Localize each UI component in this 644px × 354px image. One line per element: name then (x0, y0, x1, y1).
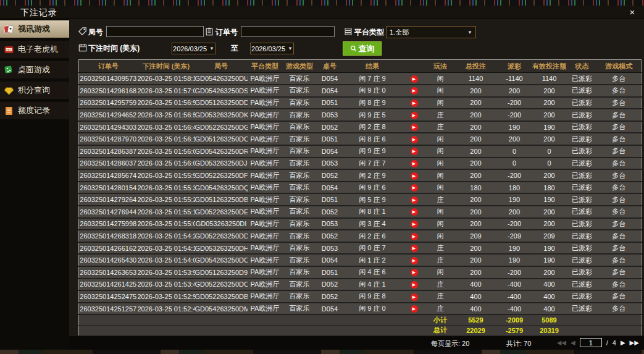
play-method-cell: 闲 (427, 133, 454, 145)
prev-page-icon[interactable]: ◀ (571, 339, 575, 346)
sidebar-item-4[interactable]: 积分查询 (0, 82, 69, 99)
total-label: 总计 (427, 325, 454, 335)
round-no-cell: GD052263250DE (195, 206, 248, 218)
sidebar-item-label: 额度记录 (18, 105, 50, 116)
payout-cell: 190 (498, 242, 532, 255)
valid-bet-cell: 1140 (532, 73, 567, 85)
replay-play-icon[interactable]: ▶ (411, 148, 418, 155)
replay-play-icon[interactable]: ▶ (411, 221, 418, 228)
status-cell: 已派彩 (567, 290, 597, 303)
round-no-cell: GD053263250DK (195, 109, 248, 121)
to-label: 至 (231, 43, 238, 54)
result-cell: 闲 7 庄 9 (343, 73, 402, 85)
order-no-cell: 260325014295759 (79, 97, 138, 109)
sidebar-item-2[interactable]: 777电子老虎机 (0, 41, 69, 58)
game-mode-cell: 多台 (597, 169, 642, 182)
replay-cell: ▶ (402, 279, 427, 291)
replay-play-icon[interactable]: ▶ (411, 281, 418, 289)
last-page-icon[interactable]: ▶▶ (630, 339, 639, 346)
date-to-picker[interactable]: 2026/03/25 ▼ (250, 43, 294, 54)
order-no-input[interactable] (241, 26, 335, 37)
result-cell: 闲 8 庄 6 (343, 133, 402, 145)
platform-type-cell: PA欧洲厅 (248, 303, 283, 315)
status-cell: 已派彩 (567, 254, 597, 266)
replay-play-icon[interactable]: ▶ (411, 305, 418, 313)
replay-play-icon[interactable]: ▶ (411, 257, 418, 264)
table-row: 2603250142961682026-03-25 01:57:01GD0542… (79, 85, 642, 97)
replay-play-icon[interactable]: ▶ (411, 124, 418, 131)
round-no-cell: GD052263250DG (195, 121, 248, 133)
replay-cell: ▶ (402, 266, 427, 279)
replay-cell: ▶ (402, 85, 427, 97)
game-type-cell: 百家乐 (283, 242, 317, 255)
result-cell: 闲 7 庄 7 (343, 158, 402, 170)
column-header: 玩法 (427, 60, 454, 73)
game-type-cell: 百家乐 (283, 109, 317, 121)
replay-play-icon[interactable]: ▶ (411, 184, 418, 192)
table-no-cell: D054 (317, 145, 343, 158)
replay-cell: ▶ (402, 133, 427, 145)
status-cell: 已派彩 (567, 218, 597, 230)
bet-time-cell: 2026-03-25 01:56:14 (138, 133, 195, 145)
table-row: 2603250142792642026-03-25 01:55:25GD0512… (79, 193, 642, 206)
play-method-cell: 闲 (427, 230, 454, 242)
table-row: 2603250142512572026-03-25 01:52:49GD0542… (79, 303, 642, 315)
replay-play-icon[interactable]: ▶ (411, 160, 418, 167)
payout-cell: -200 (498, 169, 532, 182)
round-no-cell: GD053263250DJ (195, 158, 248, 170)
order-no-cell: 260325014296168 (79, 85, 138, 97)
chevron-down-icon: ▼ (467, 30, 472, 35)
replay-play-icon[interactable]: ▶ (411, 233, 418, 240)
replay-play-icon[interactable]: ▶ (411, 112, 418, 119)
search-button[interactable]: 查询 (343, 41, 382, 56)
table-row: 2603250142661622026-03-25 01:54:11GD0532… (79, 242, 642, 255)
platform-type-select[interactable]: 1.全部 ▼ (386, 26, 476, 38)
valid-bet-cell: 190 (532, 242, 567, 255)
replay-play-icon[interactable]: ▶ (411, 269, 418, 276)
first-page-icon[interactable]: ◀◀ (557, 339, 566, 346)
play-method-cell: 庄 (427, 303, 454, 315)
valid-bet-cell: 190 (532, 193, 567, 206)
game-mode-cell: 多台 (597, 279, 642, 291)
table-no-cell: D054 (317, 254, 343, 266)
round-no-input[interactable] (106, 26, 204, 37)
next-page-icon[interactable]: ▶ (621, 339, 625, 346)
replay-play-icon[interactable]: ▶ (411, 208, 418, 216)
status-cell: 已派彩 (567, 121, 597, 133)
table-row: 2603250142759982026-03-25 01:55:06GD0532… (79, 218, 642, 230)
play-method-cell: 闲 (427, 182, 454, 194)
close-icon[interactable]: × (627, 7, 638, 18)
replay-play-icon[interactable]: ▶ (411, 136, 418, 143)
replay-play-icon[interactable]: ▶ (411, 293, 418, 301)
date-from-picker[interactable]: 2026/03/25 ▼ (172, 43, 215, 54)
column-header: 派彩 (498, 60, 532, 73)
total-pages: 4 (613, 339, 616, 347)
replay-play-icon[interactable]: ▶ (411, 172, 418, 180)
result-cell: 闲 5 庄 9 (343, 193, 402, 206)
round-no-cell: GD053263250DH (195, 242, 248, 255)
sidebar-item-3[interactable]: 桌面游戏 (0, 61, 69, 78)
sidebar-item-5[interactable]: 额度记录 (0, 102, 69, 119)
status-cell: 已派彩 (567, 85, 597, 97)
replay-play-icon[interactable]: ▶ (411, 196, 418, 204)
table-no-cell: D052 (317, 169, 343, 182)
page-number-input[interactable] (580, 338, 602, 347)
total-bet-cell: 400 (454, 279, 498, 291)
replay-play-icon[interactable]: ▶ (411, 87, 418, 95)
status-cell: 已派彩 (567, 109, 597, 121)
round-no-cell: GD054263250DO (195, 254, 248, 266)
game-type-cell: 百家乐 (283, 218, 317, 230)
play-method-cell: 闲 (427, 218, 454, 230)
replay-play-icon[interactable]: ▶ (411, 99, 418, 107)
replay-play-icon[interactable]: ▶ (411, 75, 418, 83)
sidebar-item-1[interactable]: ♠视讯游戏 (0, 20, 69, 38)
replay-play-icon[interactable]: ▶ (411, 245, 418, 252)
payout-cell: -209 (498, 230, 532, 242)
game-mode-cell: 多台 (597, 133, 642, 145)
order-no-cell: 260325014276944 (79, 206, 138, 218)
replay-cell: ▶ (402, 109, 427, 121)
order-no-cell: 260325014275998 (79, 218, 138, 230)
platform-type-cell: PA欧洲厅 (248, 254, 283, 266)
play-method-cell: 庄 (427, 279, 454, 291)
valid-bet-cell: 200 (532, 218, 567, 230)
